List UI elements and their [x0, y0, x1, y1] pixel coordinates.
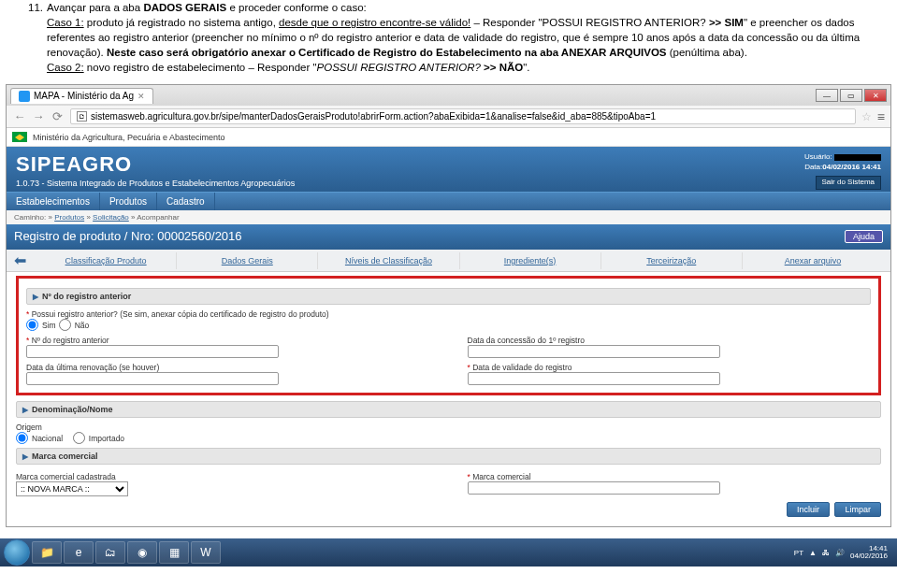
reload-icon[interactable]: ⟳ — [50, 109, 65, 123]
input-datavalid[interactable] — [468, 372, 720, 385]
user-label: Usuário: — [804, 152, 832, 161]
page-title: Registro de produto / Nro: 00002560/2016 — [14, 229, 242, 243]
radio-nacional[interactable] — [16, 432, 28, 444]
label-importado: Importado — [89, 434, 124, 443]
section-title: Nº do registro anterior — [42, 292, 131, 301]
select-marca[interactable]: :: NOVA MARCA :: — [16, 481, 128, 496]
radio-sim[interactable] — [26, 319, 38, 331]
tab-anexar[interactable]: Anexar arquivo — [742, 252, 883, 269]
obrig-bold: Neste caso será obrigatório anexar o Cer… — [107, 47, 667, 58]
tray-lang[interactable]: PT — [794, 549, 803, 557]
caso1-text: – Responder "POSSUI REGISTRO ANTERIOR? — [470, 17, 709, 28]
collapse-icon: ▶ — [22, 452, 28, 461]
tab-title: MAPA - Ministério da Ag — [34, 91, 134, 101]
app-header: Usuário: Data:04/02/2016 14:41 Sair do S… — [7, 147, 890, 192]
main-menu: Estabelecimentos Produtos Cadastro — [7, 192, 890, 210]
page-title-bar: Registro de produto / Nro: 00002560/2016… — [7, 224, 890, 250]
label-dataren: Data da última renovação (se houver) — [26, 363, 430, 372]
crumb-produtos[interactable]: Produtos — [54, 213, 84, 222]
forward-icon[interactable]: → — [31, 109, 46, 123]
minimize-button[interactable]: — — [816, 89, 838, 102]
page-icon: 🗋 — [77, 111, 87, 122]
instr-text: Avançar para a aba — [47, 2, 143, 13]
caso1-label: Caso 1: — [47, 17, 84, 28]
close-button[interactable]: ✕ — [864, 89, 887, 102]
menu-cadastro[interactable]: Cadastro — [157, 193, 215, 210]
form-body: ▶Nº do registro anterior * Possui regist… — [7, 272, 890, 526]
user-info: Usuário: Data:04/02/2016 14:41 Sair do S… — [804, 152, 881, 189]
label-origem: Origem — [16, 423, 881, 432]
tray-flag-icon[interactable]: ▲ — [809, 549, 817, 557]
tab-terceirizacao[interactable]: Terceirização — [600, 252, 742, 269]
taskbar-ie-icon[interactable]: e — [64, 541, 94, 564]
caso1-u: desde que o registro encontre-se válido! — [279, 17, 470, 28]
limpar-button[interactable]: Limpar — [834, 502, 881, 517]
caso2-text: ". — [523, 62, 529, 73]
tab-ingredientes[interactable]: Ingrediente(s) — [459, 252, 600, 269]
caso2-text: novo registro de estabelecimento – Respo… — [84, 62, 317, 73]
app-subtitle: 1.0.73 - Sistema Integrado de Produtos e… — [16, 179, 881, 188]
tab-dados-gerais[interactable]: Dados Gerais — [176, 252, 317, 269]
caso1-text: (penúltima aba). — [667, 47, 747, 58]
url-field[interactable]: 🗋 sistemasweb.agricultura.gov.br/sipe/ma… — [70, 108, 856, 124]
collapse-icon: ▶ — [33, 293, 38, 301]
tab-niveis[interactable]: Níveis de Classificação — [317, 252, 458, 269]
highlighted-section: ▶Nº do registro anterior * Possui regist… — [16, 276, 881, 395]
user-name-redacted — [834, 154, 881, 161]
label-possui: * Possui registro anterior? (Se sim, ane… — [26, 309, 871, 319]
menu-produtos[interactable]: Produtos — [100, 193, 157, 210]
clock-date: 04/02/2016 — [850, 552, 888, 561]
label-marcacom: * Marca comercial — [468, 472, 882, 481]
label-sim: Sim — [42, 321, 56, 330]
bookmark-icon[interactable]: ☆ — [861, 110, 872, 123]
gov-text: Ministério da Agricultura, Pecuária e Ab… — [33, 133, 225, 142]
radio-importado[interactable] — [73, 432, 85, 444]
taskbar-folder-icon[interactable]: 🗂 — [95, 541, 125, 564]
taskbar-app-icon[interactable]: ▦ — [159, 541, 189, 564]
caso2-label: Caso 2: — [47, 62, 84, 73]
tray-volume-icon[interactable]: 🔊 — [835, 549, 845, 557]
crumb-label: Caminho: — [14, 213, 46, 222]
start-button[interactable] — [4, 539, 30, 566]
nao-bold: >> NÃO — [484, 62, 523, 73]
taskbar-explorer-icon[interactable]: 📁 — [32, 541, 62, 564]
maximize-button[interactable]: ▭ — [840, 89, 862, 102]
app-title: SIPEAGRO — [16, 152, 881, 177]
taskbar: 📁 e 🗂 ◉ ▦ W PT ▲ 🖧 🔊 14:41 04/02/2016 — [0, 538, 897, 566]
prev-tab-icon[interactable]: ⬅ — [14, 251, 26, 269]
sim-bold: >> SIM — [709, 17, 744, 28]
radio-nao[interactable] — [59, 319, 71, 331]
caso2-i: POSSUI REGISTRO ANTERIOR? — [317, 62, 485, 73]
menu-icon[interactable]: ≡ — [877, 109, 885, 124]
brazil-flag-icon — [12, 132, 27, 142]
tray-network-icon[interactable]: 🖧 — [822, 549, 830, 557]
back-icon[interactable]: ← — [12, 109, 27, 123]
section-denominacao[interactable]: ▶Denominação/Nome — [16, 401, 881, 418]
menu-estabelecimentos[interactable]: Estabelecimentos — [7, 193, 100, 210]
input-dataconc[interactable] — [468, 345, 720, 358]
section-registro-anterior[interactable]: ▶Nº do registro anterior — [26, 288, 871, 305]
help-button[interactable]: Ajuda — [845, 230, 883, 243]
list-number: 11. — [28, 0, 43, 15]
section-title: Marca comercial — [32, 452, 98, 461]
taskbar-clock[interactable]: 14:41 04/02/2016 — [850, 545, 888, 562]
taskbar-word-icon[interactable]: W — [191, 541, 221, 564]
tab-favicon — [19, 91, 30, 102]
taskbar-chrome-icon[interactable]: ◉ — [127, 541, 157, 564]
label-nregistro: * Nº do registro anterior — [26, 336, 430, 345]
tab-close-icon[interactable]: ✕ — [137, 92, 145, 101]
system-tray: PT ▲ 🖧 🔊 14:41 04/02/2016 — [794, 545, 893, 562]
tab-classificacao[interactable]: Classificação Produto — [36, 252, 176, 269]
input-marcacom[interactable] — [468, 481, 720, 495]
breadcrumb: Caminho: » Produtos » Solicitação » Acom… — [7, 210, 890, 224]
section-title: Denominação/Nome — [32, 405, 113, 414]
crumb-solicitacao[interactable]: Solicitação — [93, 213, 129, 222]
input-nregistro[interactable] — [26, 345, 279, 358]
incluir-button[interactable]: Incluir — [787, 502, 830, 517]
url-text: sistemasweb.agricultura.gov.br/sipe/mant… — [91, 111, 656, 122]
logout-button[interactable]: Sair do Sistema — [816, 176, 881, 189]
section-marca[interactable]: ▶Marca comercial — [16, 448, 881, 465]
browser-tab[interactable]: MAPA - Ministério da Ag ✕ — [10, 88, 153, 104]
label-marcacad: Marca comercial cadastrada — [16, 472, 430, 481]
input-dataren[interactable] — [26, 372, 279, 385]
